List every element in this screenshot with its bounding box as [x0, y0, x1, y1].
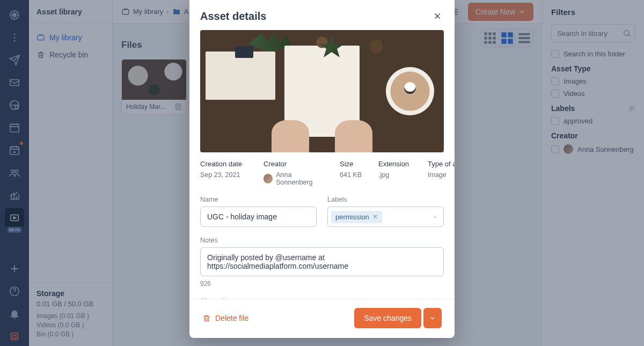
name-field-wrap: Name [200, 196, 317, 227]
labels-label: Labels [327, 196, 444, 203]
modal-body: Creation date Sep 23, 2021 Creator Anna … [189, 30, 455, 299]
asset-details-modal: Asset details Creation date Sep 23, 2021… [189, 0, 455, 338]
modal-header: Asset details [189, 0, 455, 30]
modal-footer: Delete file Save changes [189, 299, 455, 338]
avatar [264, 174, 273, 183]
labels-field-wrap: Labels permission ✕ [327, 196, 444, 227]
label-chip: permission ✕ [331, 211, 382, 223]
meta-creator: Creator Anna Sonnenberg [264, 160, 328, 186]
meta-size: Size 641 KB [340, 160, 367, 186]
notes-label: Notes [200, 237, 444, 244]
meta-extension: Extension .jpg [378, 160, 416, 186]
close-icon [433, 11, 442, 21]
meta-type: Type of asset Image [428, 160, 455, 186]
notes-counter: 926 [200, 280, 444, 288]
save-more-button[interactable] [423, 308, 442, 328]
meta-creation-date: Creation date Sep 23, 2021 [200, 160, 252, 186]
save-changes-button[interactable]: Save changes [354, 308, 421, 328]
trash-icon [202, 314, 211, 322]
caret-down-icon [433, 215, 438, 220]
meta-row: Creation date Sep 23, 2021 Creator Anna … [200, 160, 444, 186]
asset-preview-image [200, 30, 444, 152]
name-label: Name [200, 196, 317, 203]
close-button[interactable] [431, 10, 444, 23]
labels-select[interactable]: permission ✕ [327, 207, 444, 227]
notes-textarea[interactable] [200, 247, 444, 276]
name-input[interactable] [200, 207, 317, 227]
save-group: Save changes [354, 308, 442, 328]
modal-title: Asset details [200, 10, 266, 23]
notes-field-wrap: Notes 926 [200, 237, 444, 288]
delete-file-button[interactable]: Delete file [202, 314, 248, 322]
chevron-down-icon [429, 315, 436, 321]
chip-remove-icon[interactable]: ✕ [372, 213, 378, 220]
